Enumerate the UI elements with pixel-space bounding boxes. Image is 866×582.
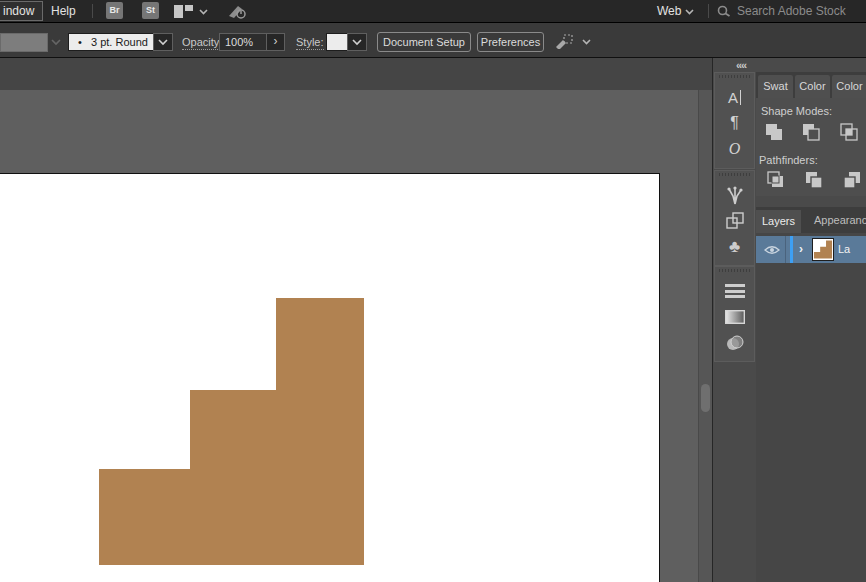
layer-row[interactable]: › La xyxy=(756,236,866,263)
pathfinder-merge-icon[interactable] xyxy=(840,170,864,190)
staircase-shape[interactable] xyxy=(99,298,364,565)
canvas-artwork[interactable] xyxy=(0,0,698,582)
shape-mode-unite-icon[interactable] xyxy=(762,122,786,142)
panel-grip[interactable] xyxy=(719,173,750,176)
panel-dock: «« A ¶ O ♣ xyxy=(712,58,866,582)
icon-strip-group-type: A ¶ O xyxy=(714,72,755,169)
icon-strip-group-objects: ♣ xyxy=(714,170,755,266)
tab-swatches[interactable]: Swat xyxy=(758,75,793,98)
tab-layers[interactable]: Layers xyxy=(756,210,801,233)
layers-tab-bar: Layers Appearance xyxy=(756,207,866,233)
shape-mode-intersect-icon[interactable] xyxy=(837,122,861,142)
layers-panel-body: › La xyxy=(756,233,866,582)
pathfinder-panel: Shape Modes: Pathfinders: xyxy=(756,98,866,196)
layer-column-divider xyxy=(785,236,786,263)
transparency-panel-icon[interactable] xyxy=(715,330,754,356)
search-icon[interactable] xyxy=(717,5,731,18)
search-divider xyxy=(708,4,709,18)
layer-name: La xyxy=(838,236,850,263)
visibility-eye-icon[interactable] xyxy=(764,245,780,255)
pathfinder-tab-bar: Swat Color Color xyxy=(756,72,866,98)
character-panel-icon[interactable]: A xyxy=(715,84,754,110)
symbols-panel-icon[interactable]: ♣ xyxy=(715,234,754,260)
tab-color-guide[interactable]: Color xyxy=(832,75,866,98)
stroke-panel-icon[interactable] xyxy=(715,278,754,304)
search-input[interactable]: Search Adobe Stock xyxy=(737,0,846,22)
pathfinder-trim-icon[interactable] xyxy=(802,170,826,190)
opentype-panel-icon[interactable]: O xyxy=(715,136,754,162)
icon-strip-group-appearance xyxy=(714,266,755,362)
layer-thumbnail-shape xyxy=(814,240,832,258)
pathfinder-panel-icon[interactable] xyxy=(715,208,754,234)
panel-grip[interactable] xyxy=(719,75,750,78)
tab-color[interactable]: Color xyxy=(795,75,830,98)
pathfinder-divide-icon[interactable] xyxy=(764,170,788,190)
tab-appearance[interactable]: Appearance xyxy=(814,207,866,233)
layer-selection-bar xyxy=(790,236,793,263)
pathfinders-label: Pathfinders: xyxy=(759,154,818,166)
shape-mode-minus-front-icon[interactable] xyxy=(799,122,823,142)
panel-grip[interactable] xyxy=(719,269,750,272)
shape-modes-label: Shape Modes: xyxy=(761,105,832,117)
paragraph-panel-icon[interactable]: ¶ xyxy=(715,110,754,136)
layer-expand-chevron-icon[interactable]: › xyxy=(799,236,803,263)
brushes-panel-icon[interactable] xyxy=(715,182,754,208)
collapse-panels-icon[interactable]: «« xyxy=(736,59,746,71)
layer-thumbnail[interactable] xyxy=(812,238,834,261)
gradient-panel-icon[interactable] xyxy=(715,304,754,330)
scrollbar-thumb[interactable] xyxy=(701,384,710,412)
